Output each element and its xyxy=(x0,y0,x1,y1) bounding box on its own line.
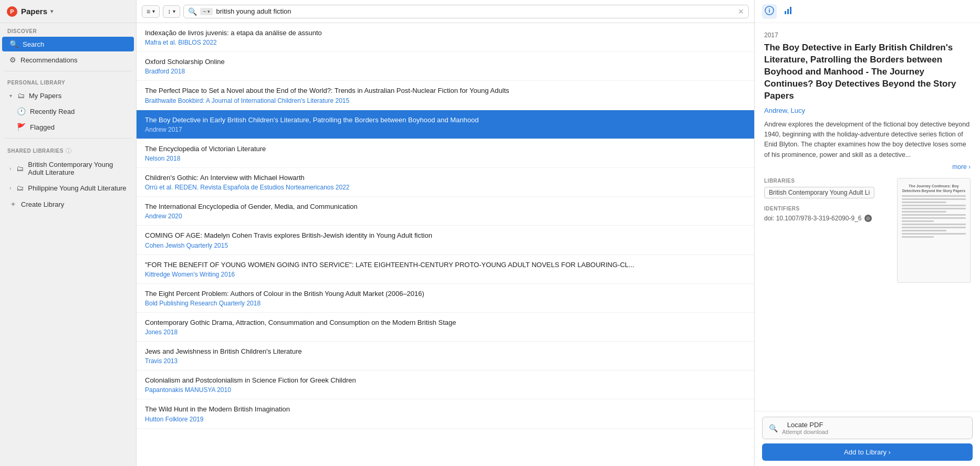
result-item[interactable]: Indexação de livros juvenis: a etapa da … xyxy=(137,23,754,52)
sidebar-search-label: Search xyxy=(23,40,44,48)
result-meta: Andrew 2020 xyxy=(145,213,746,220)
identifiers-section-label: IDENTIFIERS xyxy=(764,206,890,211)
detail-abstract: Andrew explores the development of the f… xyxy=(764,120,971,161)
add-library-label: Add to Library › xyxy=(844,448,891,456)
sidebar-item-british-ya[interactable]: › 🗂 British Contemporary Young Adult Lit… xyxy=(2,157,134,179)
detail-bottom: 🔍 Locate PDF Attempt download Add to Lib… xyxy=(755,411,980,466)
svg-text:P: P xyxy=(10,8,14,15)
detail-author[interactable]: Andrew, Lucy xyxy=(764,107,971,114)
sidebar-item-create-library[interactable]: ＋ Create Library xyxy=(2,196,134,212)
result-item[interactable]: COMING OF AGE: Madelyn Cohen Travis expl… xyxy=(137,226,754,255)
search-filter-badge[interactable]: ~ ▾ xyxy=(200,8,213,15)
result-item[interactable]: The Wild Hunt in the Modern British Imag… xyxy=(137,399,754,428)
result-item[interactable]: The International Encyclopedia of Gender… xyxy=(137,197,754,226)
detail-year: 2017 xyxy=(764,31,971,39)
british-ya-icon: 🗂 xyxy=(16,164,24,173)
result-meta: Mafra et al. BIBLOS 2022 xyxy=(145,39,746,46)
locate-pdf-button[interactable]: 🔍 Locate PDF Attempt download xyxy=(762,417,973,439)
result-item[interactable]: The Boy Detective in Early British Child… xyxy=(137,110,754,139)
result-item[interactable]: Children's Gothic: An Interview with Mic… xyxy=(137,168,754,197)
sidebar-create-library-label: Create Library xyxy=(21,200,64,208)
detail-info-icon: i xyxy=(765,6,774,17)
thumbnail-line-5 xyxy=(902,208,966,209)
result-item[interactable]: Oxford Scholarship OnlineBradford 2018 xyxy=(137,52,754,81)
detail-thumbnail-area: LIBRARIES British Contemporary Young Adu… xyxy=(764,178,971,283)
thumbnail-title-text: The Journey Continues: Boy Detectives Be… xyxy=(902,184,966,193)
philippine-ya-expand-icon: › xyxy=(9,185,11,191)
detail-more-link[interactable]: more › xyxy=(764,163,971,171)
detail-chart-icon xyxy=(784,6,793,17)
sort-button[interactable]: ↕ ▾ xyxy=(163,5,180,18)
result-title: The Wild Hunt in the Modern British Imag… xyxy=(145,405,746,414)
result-item[interactable]: "FOR THE BENEFIT OF YOUNG WOMEN GOING IN… xyxy=(137,255,754,284)
identifier-copy-icon[interactable]: ⊙ xyxy=(864,215,872,222)
result-meta: Hutton Folklore 2019 xyxy=(145,416,746,423)
library-badge[interactable]: British Contemporary Young Adult Li xyxy=(764,187,874,198)
result-item[interactable]: Contemporary Gothic Drama, Attraction, C… xyxy=(137,313,754,342)
svg-rect-6 xyxy=(790,7,791,14)
create-library-icon: ＋ xyxy=(9,199,17,209)
sidebar-philippine-ya-label: Philippine Young Adult Literature xyxy=(28,184,126,192)
result-title: The International Encyclopedia of Gender… xyxy=(145,202,746,211)
result-item[interactable]: The Encyclopedia of Victorian Literature… xyxy=(137,139,754,168)
detail-thumbnail: The Journey Continues: Boy Detectives Be… xyxy=(897,178,971,283)
result-item[interactable]: Jews and Jewishness in British Children'… xyxy=(137,342,754,370)
locate-pdf-text: Locate PDF Attempt download xyxy=(782,421,828,435)
sidebar-item-search[interactable]: 🔍 Search xyxy=(2,37,134,51)
british-ya-expand-icon: › xyxy=(9,166,11,172)
result-title: Oxford Scholarship Online xyxy=(145,57,746,67)
search-bar-icon: 🔍 xyxy=(188,7,197,16)
locate-pdf-sub: Attempt download xyxy=(782,429,828,435)
result-meta: Bold Publishing Research Quarterly 2018 xyxy=(145,300,746,307)
sort-icon: ↕ xyxy=(168,8,171,15)
app-chevron-icon: ▾ xyxy=(50,8,53,14)
results-list: Indexação de livros juvenis: a etapa da … xyxy=(137,23,754,466)
sidebar-item-recently-read[interactable]: 🕐 Recently Read xyxy=(2,104,134,119)
result-title: Indexação de livros juvenis: a etapa da … xyxy=(145,28,746,38)
result-title: Jews and Jewishness in British Children'… xyxy=(145,347,746,356)
thumbnail-line-4 xyxy=(902,205,966,206)
flagged-icon: 🚩 xyxy=(17,123,26,131)
thumbnail-line-14 xyxy=(902,236,934,238)
thumbnail-line-12 xyxy=(902,230,946,231)
add-to-library-button[interactable]: Add to Library › xyxy=(762,443,973,461)
result-meta: Kittredge Women's Writing 2016 xyxy=(145,271,746,278)
result-meta: Braithwaite Bookbird: A Journal of Inter… xyxy=(145,97,746,104)
sidebar-item-philippine-ya[interactable]: › 🗂 Philippine Young Adult Literature xyxy=(2,181,134,195)
thumbnail-line-13 xyxy=(902,233,966,235)
app-logo[interactable]: P Papers ▾ xyxy=(6,6,53,17)
result-meta: Bradford 2018 xyxy=(145,68,746,75)
search-input[interactable] xyxy=(216,7,735,15)
result-item[interactable]: The Perfect Place to Set a Novel about t… xyxy=(137,81,754,110)
sidebar-my-papers-label: My Papers xyxy=(29,92,61,100)
sidebar-item-flagged[interactable]: 🚩 Flagged xyxy=(2,120,134,134)
locate-pdf-icon: 🔍 xyxy=(769,424,778,432)
sidebar-british-ya-label: British Contemporary Young Adult Literat… xyxy=(28,161,127,176)
detail-info-tab[interactable]: i xyxy=(762,4,777,19)
my-papers-icon: 🗂 xyxy=(17,91,25,100)
list-view-chevron: ▾ xyxy=(152,8,155,14)
identifier-value: doi: 10.1007/978-3-319-62090-9_6 xyxy=(764,215,861,222)
result-title: The Encyclopedia of Victorian Literature xyxy=(145,144,746,154)
thumbnail-line-2 xyxy=(902,198,966,200)
sidebar-header: P Papers ▾ xyxy=(0,0,136,23)
result-title: COMING OF AGE: Madelyn Cohen Travis expl… xyxy=(145,231,746,240)
detail-info-col: LIBRARIES British Contemporary Young Adu… xyxy=(764,178,890,229)
svg-rect-5 xyxy=(787,9,789,14)
thumbnail-line-3 xyxy=(902,202,946,203)
search-clear-icon[interactable]: ✕ xyxy=(738,7,744,16)
result-item[interactable]: The Eight Percent Problem: Authors of Co… xyxy=(137,284,754,313)
thumbnail-line-8 xyxy=(902,217,966,219)
libraries-section-label: LIBRARIES xyxy=(764,178,890,184)
result-item[interactable]: Colonialism and Postcolonialism in Scien… xyxy=(137,370,754,399)
sidebar-item-recommendations[interactable]: ⚙ Recommendations xyxy=(2,52,134,67)
list-view-button[interactable]: ≡ ▾ xyxy=(142,5,160,18)
detail-chart-tab[interactable] xyxy=(781,4,796,19)
result-title: The Perfect Place to Set a Novel about t… xyxy=(145,86,746,96)
thumbnail-lines xyxy=(902,195,966,239)
toolbar: ≡ ▾ ↕ ▾ 🔍 ~ ▾ ✕ xyxy=(137,0,754,23)
thumbnail-line-10 xyxy=(902,224,966,225)
sidebar-item-my-papers[interactable]: ▾ 🗂 My Papers xyxy=(2,88,134,103)
detail-toolbar: i xyxy=(755,0,980,23)
discover-section-label: DISCOVER xyxy=(0,23,136,36)
